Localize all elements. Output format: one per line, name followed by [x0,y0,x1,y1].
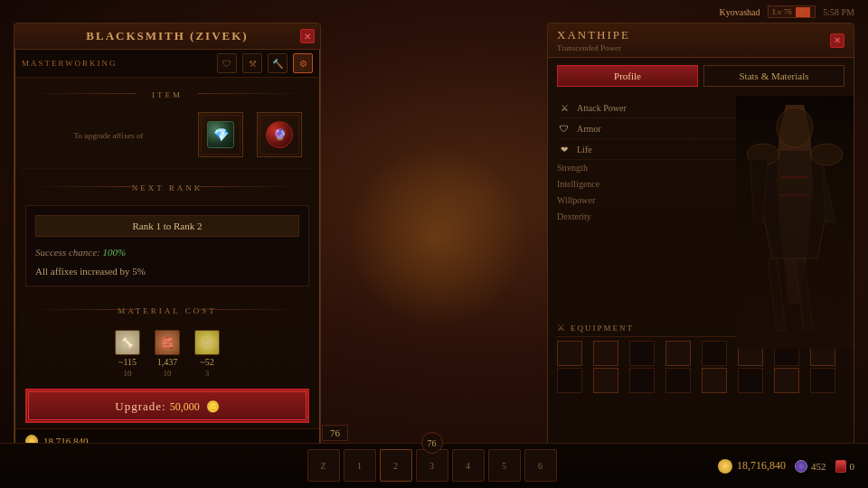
minimap-level-left: 76 [322,425,348,441]
life-icon: ❤ [557,142,571,156]
success-row: Success chance: 100% [35,244,299,260]
item-area: To upgrade affixes of 💎 🔮 [14,108,320,166]
profile-button[interactable]: Profile [557,65,698,87]
upgrade-button-cost: 50,000 🪙 [170,400,220,413]
ore-current: ~52 [200,357,213,367]
equip-slot-11[interactable] [629,368,655,393]
equip-slot-13[interactable] [702,368,727,393]
action-slot-z[interactable]: Z [307,449,340,482]
action-2-label: 2 [393,461,398,471]
character-name-area: XANTHIPE Transcended Power [557,28,630,52]
intelligence-label: Intelligence [557,179,599,189]
character-name: XANTHIPE [557,28,630,42]
character-close-button[interactable]: ✕ [830,33,844,48]
equip-slot-10[interactable] [593,368,618,393]
character-subtitle: Transcended Power [557,43,630,52]
next-rank-divider: NEXT RANK [14,171,320,202]
next-rank-box: Rank 1 to Rank 2 Success chance: 100% Al… [25,205,309,286]
attack-power-icon: ⚔ [557,100,571,115]
mat2-value: 0 [850,461,855,472]
masterworking-tab-bar: MASTERWORKING 🛡 ⚒ 🔨 ⚙ [14,50,320,78]
equip-slot-16[interactable] [810,368,835,393]
vial-icon-bottom [835,460,846,473]
action-slot-4[interactable]: 4 [452,449,485,482]
character-panel: XANTHIPE Transcended Power ✕ Profile Sta… [547,23,854,465]
material-items: 🦴 ~115 10 🧱 1,437 10 ⚙ ~52 3 [14,324,320,383]
bone-icon: 🦴 [115,330,140,355]
leather-current: 1,437 [157,357,178,367]
upgrade-tab[interactable]: ⚒ [242,53,262,73]
action-5-label: 5 [502,461,506,471]
bottom-gold-right: 18,716,840 [718,459,786,474]
item-section-title: ITEM [152,90,183,99]
upgrade-orb-icon: 🔮 [266,121,293,148]
mat1-value: 452 [811,461,826,472]
gem-icon: 💎 [207,121,234,148]
equip-slot-4[interactable] [665,341,691,366]
character-panel-header: XANTHIPE Transcended Power ✕ [548,23,854,58]
strength-label: Strength [557,163,588,173]
action-slot-5[interactable]: 5 [488,449,521,482]
character-portrait [736,96,854,349]
rank-bar: Rank 1 to Rank 2 [35,215,299,237]
player-info: Kyovashad Lv 76 TC 5:58 PM [720,5,854,18]
equip-slot-12[interactable] [665,368,691,393]
equip-slot-2[interactable] [593,341,618,366]
level-indicator-area: 76 [321,432,542,454]
item-slot-upgrade[interactable]: 🔮 [257,112,302,157]
equip-slot-3[interactable] [629,341,655,366]
bottom-mat-orb: 452 [795,460,826,473]
bottom-gold-value: 18,716,840 [737,459,786,473]
blacksmith-title: BLACKSMITH (ZIVEK) [86,29,248,43]
minimap-level-badge: 76 [421,432,443,454]
bottom-right-area: 18,716,840 452 0 [718,459,854,474]
equipment-icon: ⚔ [557,323,565,333]
item-slot-gem[interactable]: 💎 [198,112,243,157]
leather-icon: 🧱 [155,330,180,355]
blacksmith-title-bar: BLACKSMITH (ZIVEK) ✕ [14,23,320,50]
equip-slot-14[interactable] [738,368,763,393]
stats-materials-button[interactable]: Stats & Materials [703,65,844,87]
material-item-bone: 🦴 ~115 10 [115,330,140,378]
action-6-label: 6 [538,461,542,471]
material-cost-title: MATERIAL COST [118,306,216,315]
action-1-label: 1 [357,461,362,471]
item-section-divider: ITEM [14,78,320,108]
bottom-bar: Z 1 2 3 4 5 [0,443,868,488]
ore-cost: 3 [205,369,210,378]
item-subtitle: To upgrade affixes of [33,131,184,140]
item-label-area: To upgrade affixes of [33,129,184,140]
upgrade-button[interactable]: Upgrade: 50,000 🪙 [25,389,309,423]
game-time: 5:58 PM [823,7,854,17]
material-item-ore: ⚙ ~52 3 [194,330,220,378]
action-slot-2[interactable]: 2 [380,449,412,482]
gold-icon-bottom [718,459,732,474]
equip-slot-15[interactable] [774,368,799,393]
masterwork-tab[interactable]: ⚙ [293,53,313,73]
armor-icon: 🛡 [557,121,571,136]
dexterity-label: Dexterity [557,211,591,221]
character-buttons: Profile Stats & Materials [548,58,854,94]
material-item-leather: 🧱 1,437 10 [155,330,180,378]
equip-slot-9[interactable] [557,368,582,393]
orb-icon-bottom [795,460,807,473]
action-slot-1[interactable]: 1 [344,449,376,482]
socket-tab[interactable]: 🔨 [268,53,288,73]
blacksmith-panel: BLACKSMITH (ZIVEK) ✕ MASTERWORKING 🛡 ⚒ 🔨… [14,23,321,465]
action-4-label: 4 [466,461,470,471]
equip-slot-1[interactable] [557,341,582,366]
repair-tab[interactable]: 🛡 [217,53,237,73]
leather-cost: 10 [164,369,172,378]
willpower-label: Willpower [557,195,595,205]
svg-point-0 [777,108,813,147]
action-z-label: Z [320,461,326,471]
success-label: Success chance: [35,247,100,258]
tab-bar-label: MASTERWORKING [22,59,212,68]
blacksmith-close-button[interactable]: ✕ [300,29,315,43]
action-slot-3[interactable]: 3 [416,449,448,482]
equip-slot-5[interactable] [702,341,727,366]
action-slot-6[interactable]: 6 [524,449,557,482]
upgrade-currency-icon: 🪙 [206,400,220,413]
effect-text: All affixes increased by 5% [35,266,299,277]
player-name: Kyovashad [720,7,760,17]
